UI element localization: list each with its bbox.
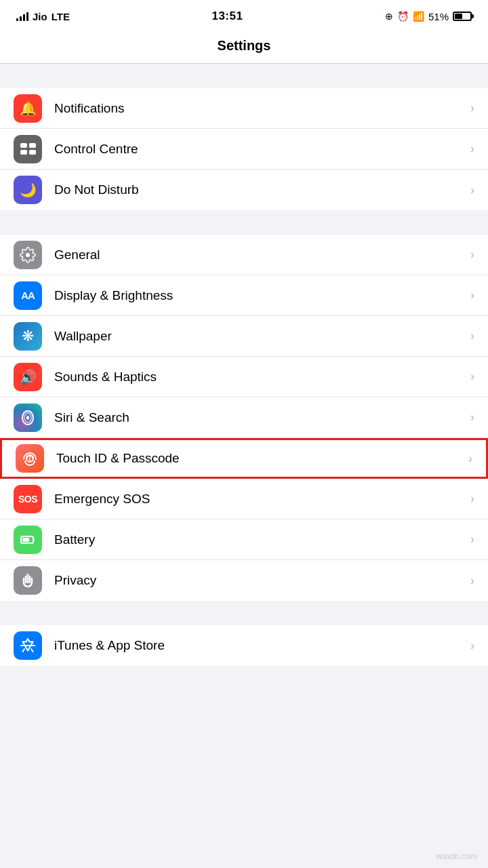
page-title: Settings <box>218 38 271 53</box>
notifications-icon-symbol: 🔔 <box>20 100 37 117</box>
status-bar: Jio LTE 13:51 ⊕ ⏰ 📶 51% <box>0 0 488 30</box>
wallpaper-icon: ❋ <box>14 322 42 351</box>
dnd-icon: 🌙 <box>14 176 42 204</box>
siri-label: Siri & Search <box>54 410 465 425</box>
display-chevron: › <box>470 288 474 302</box>
battery-svg-icon <box>19 531 37 549</box>
svg-rect-7 <box>22 538 29 542</box>
settings-item-general[interactable]: General › <box>0 235 488 275</box>
gear-icon <box>20 247 36 263</box>
notifications-label: Notifications <box>54 101 465 116</box>
carrier-label: Jio <box>33 11 47 22</box>
privacy-label: Privacy <box>54 573 465 588</box>
sos-chevron: › <box>470 492 474 506</box>
control-centre-label: Control Centre <box>54 142 465 157</box>
settings-item-app-store[interactable]: iTunes & App Store › <box>0 625 488 666</box>
location-icon: ⊕ <box>385 11 393 22</box>
settings-item-display[interactable]: AA Display & Brightness › <box>0 275 488 316</box>
section-gap-3 <box>0 601 488 625</box>
svg-point-3 <box>26 416 29 420</box>
general-icon <box>14 241 42 269</box>
general-chevron: › <box>470 248 474 262</box>
siri-logo <box>18 408 37 427</box>
privacy-chevron: › <box>470 574 474 588</box>
section-gap-bottom <box>0 666 488 690</box>
settings-item-sos[interactable]: SOS Emergency SOS › <box>0 479 488 519</box>
notifications-icon: 🔔 <box>14 94 42 123</box>
watermark: wsxdn.com <box>436 852 477 861</box>
settings-item-siri[interactable]: Siri & Search › <box>0 397 488 438</box>
section-gap-1 <box>0 64 488 88</box>
battery-icon <box>453 12 472 21</box>
wallpaper-label: Wallpaper <box>54 329 465 344</box>
battery-chevron: › <box>470 532 474 547</box>
app-store-icon <box>14 631 42 660</box>
notifications-chevron: › <box>470 101 474 115</box>
siri-chevron: › <box>470 410 474 425</box>
dnd-icon-symbol: 🌙 <box>20 182 37 198</box>
sounds-chevron: › <box>470 370 474 384</box>
svg-point-0 <box>26 253 30 257</box>
sos-icon: SOS <box>14 485 42 513</box>
section-display: General › AA Display & Brightness › ❋ Wa… <box>0 235 488 601</box>
section-gap-2 <box>0 210 488 235</box>
settings-item-privacy[interactable]: Privacy › <box>0 560 488 601</box>
control-centre-chevron: › <box>470 142 474 156</box>
touch-id-chevron: › <box>468 452 472 466</box>
privacy-icon <box>14 566 42 595</box>
status-right: ⊕ ⏰ 📶 51% <box>385 11 472 22</box>
dnd-label: Do Not Disturb <box>54 182 465 197</box>
app-store-chevron: › <box>470 639 474 653</box>
nav-header: Settings <box>0 30 488 64</box>
sounds-label: Sounds & Haptics <box>54 370 465 384</box>
wallpaper-chevron: › <box>470 329 474 343</box>
section-store: iTunes & App Store › <box>0 625 488 666</box>
sos-label: Emergency SOS <box>54 492 465 507</box>
alarm-icon: ⏰ <box>397 11 409 22</box>
settings-item-sounds[interactable]: 🔊 Sounds & Haptics › <box>0 357 488 397</box>
siri-icon <box>14 403 42 432</box>
settings-item-wallpaper[interactable]: ❋ Wallpaper › <box>0 316 488 357</box>
settings-item-control-centre[interactable]: Control Centre › <box>0 129 488 170</box>
hand-icon <box>19 572 37 589</box>
touch-id-label: Touch ID & Passcode <box>56 451 463 466</box>
battery-settings-icon <box>14 526 42 554</box>
settings-item-touch-id[interactable]: Touch ID & Passcode › <box>0 438 488 479</box>
bluetooth-icon: 📶 <box>413 11 424 22</box>
network-type: LTE <box>52 11 70 22</box>
signal-bars <box>16 12 28 21</box>
control-centre-icon <box>14 135 42 163</box>
status-time: 13:51 <box>211 9 243 23</box>
battery-percent: 51% <box>428 11 449 22</box>
sos-text: SOS <box>18 494 37 505</box>
settings-item-notifications[interactable]: 🔔 Notifications › <box>0 88 488 129</box>
touch-id-icon <box>16 444 44 473</box>
battery-label: Battery <box>54 532 465 547</box>
display-icon: AA <box>14 281 42 310</box>
fingerprint-icon <box>21 450 39 467</box>
app-store-label: iTunes & App Store <box>54 638 465 653</box>
appstore-svg-icon <box>19 637 37 654</box>
dnd-chevron: › <box>470 183 474 197</box>
settings-item-battery[interactable]: Battery › <box>0 519 488 560</box>
status-left: Jio LTE <box>16 11 70 22</box>
settings-item-dnd[interactable]: 🌙 Do Not Disturb › <box>0 170 488 210</box>
sounds-icon: 🔊 <box>14 363 42 391</box>
display-label: Display & Brightness <box>54 288 465 303</box>
svg-rect-6 <box>33 538 35 541</box>
section-notifications: 🔔 Notifications › Control Centre › 🌙 Do … <box>0 88 488 210</box>
general-label: General <box>54 248 465 262</box>
